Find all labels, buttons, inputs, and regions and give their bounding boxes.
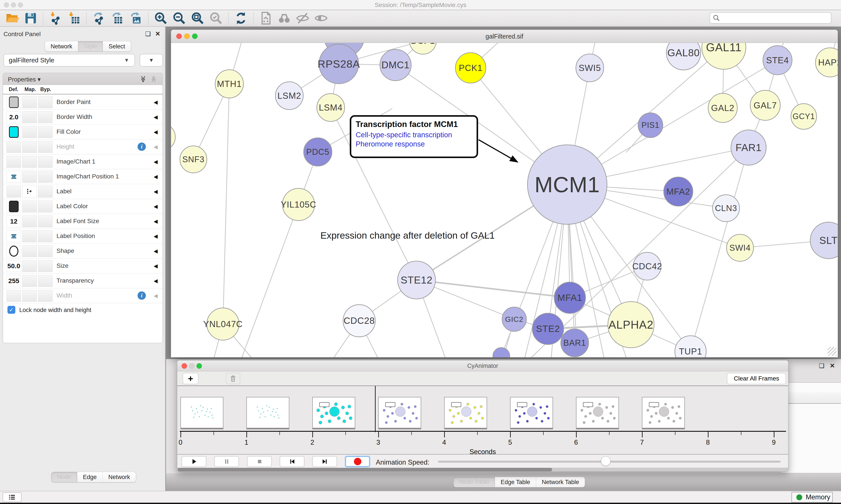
import-network-icon[interactable] [49,11,62,25]
network-node-LSM2[interactable]: LSM2 [275,82,304,110]
network-node-PIS1[interactable]: PIS1 [638,112,663,138]
default-value-cell[interactable] [6,245,21,257]
frame-thumbnail-7[interactable] [642,397,685,429]
memory-button[interactable]: Memory [791,492,833,502]
expand-row-icon[interactable]: ◀ [154,159,158,165]
stop-button[interactable] [247,456,272,467]
table-row[interactable]: 2 [780,467,841,473]
tab-network-table[interactable]: Network Table [536,477,585,487]
default-value-cell[interactable] [6,96,21,108]
empty-cell[interactable] [22,260,37,272]
property-row-label-position[interactable]: Label Position◀ [3,229,162,244]
frame-thumbnail-5[interactable] [510,397,553,429]
expand-row-icon[interactable]: ◀ [154,233,158,239]
empty-cell[interactable] [38,156,53,168]
animation-speed-knob[interactable] [601,456,611,466]
default-value-cell[interactable] [6,126,21,138]
show-icon[interactable] [314,11,328,25]
mapping-cell[interactable] [22,186,37,197]
find-icon[interactable] [277,11,291,25]
property-row-height[interactable]: Heighti◀ [3,140,162,154]
table-row[interactable]: 26 [780,404,841,412]
frame-thumbnail-1[interactable] [246,397,289,429]
zoom-out-icon[interactable] [172,11,186,25]
network-node-STE4[interactable]: STE4 [763,45,792,75]
tab-node[interactable]: Node [51,472,77,482]
delete-frame-button[interactable] [226,373,240,384]
empty-cell[interactable] [38,126,53,138]
expand-row-icon[interactable]: ◀ [154,99,158,105]
network-node-STE2[interactable]: STE2 [532,313,564,345]
report-icon[interactable] [259,11,273,25]
float-panel-icon[interactable]: ❑ [145,30,151,37]
annotation-callout[interactable]: Transcription factor MCM1 Cell-type-spec… [350,115,478,158]
network-node-GAL7[interactable]: GAL7 [750,90,781,121]
frame-thumbnail-4[interactable] [444,397,487,429]
frame-thumbnail-3[interactable] [378,397,421,429]
tab-edge-table[interactable]: Edge Table [495,477,536,487]
property-row-label[interactable]: Label◀ [3,184,162,199]
search-input[interactable] [720,13,831,23]
empty-cell[interactable] [22,201,37,212]
search-field[interactable] [710,12,831,24]
zoom-selected-icon[interactable] [209,11,223,25]
expand-row-icon[interactable]: ◀ [154,278,158,284]
empty-cell[interactable] [38,290,53,302]
property-row-border-width[interactable]: 2.0Border Width◀ [3,110,162,125]
network-node-MCM1[interactable]: MCM1 [527,144,607,224]
expand-row-icon[interactable]: ◀ [154,174,158,180]
network-node-STE12[interactable]: STE12 [397,261,436,299]
empty-cell[interactable] [6,186,21,197]
cyanimator-titlebar[interactable]: CyAnimator [177,360,788,371]
network-node-SNF3[interactable]: SNF3 [180,146,207,173]
play-button[interactable] [182,456,206,467]
empty-cell[interactable] [22,275,37,287]
export-image-icon[interactable] [129,11,143,25]
skip-start-button[interactable] [280,456,304,467]
refresh-icon[interactable] [234,11,248,25]
empty-cell[interactable] [22,111,37,123]
collapse-all-icon[interactable]: ≫ [149,76,157,83]
style-options-button[interactable]: ▼ [140,54,163,67]
empty-cell[interactable] [22,141,37,153]
network-canvas[interactable]: Expression change after deletion of GAL1… [171,43,838,357]
empty-cell[interactable] [38,96,53,108]
network-node-GCY1[interactable]: GCY1 [791,103,817,130]
task-history-button[interactable] [3,492,21,502]
expand-row-icon[interactable]: ◀ [154,188,158,195]
empty-cell[interactable] [38,260,53,272]
empty-cell[interactable] [38,245,53,257]
tab-style[interactable]: Style [78,41,103,52]
empty-cell[interactable] [22,215,37,227]
network-node-YIL105C[interactable]: YIL105C [282,188,315,221]
property-row-fill-color[interactable]: Fill Color◀ [3,125,162,140]
save-icon[interactable] [24,11,38,25]
network-node-MFA2[interactable]: MFA2 [663,177,693,206]
empty-cell[interactable] [6,290,21,302]
import-table-icon[interactable] [67,11,81,25]
lock-checkbox[interactable]: ✓ [7,306,15,314]
table-row[interactable]: 2 [780,451,841,459]
property-row-size[interactable]: 50.0Size◀ [3,258,162,273]
cyanimator-timeline[interactable]: Seconds 0123456789 [177,385,788,454]
property-row-label-color[interactable]: Label Color◀ [3,199,162,214]
expand-row-icon[interactable]: ◀ [154,129,158,135]
expand-row-icon[interactable]: ◀ [154,293,158,299]
tab-node-table[interactable]: Node Table [453,477,495,487]
network-node-LSM4[interactable]: LSM4 [317,93,345,122]
table-row[interactable]: 2 [780,420,841,428]
network-window-titlebar[interactable]: galFiltered.sif [171,30,838,43]
empty-cell[interactable] [22,171,37,183]
annotation-link-2[interactable]: Pheromone response [356,140,472,148]
property-row-image-chart-1[interactable]: Image/Chart 1◀ [3,154,162,169]
default-value-cell[interactable]: 50.0 [6,260,21,272]
skip-end-button[interactable] [312,456,337,467]
empty-cell[interactable] [22,290,37,302]
network-node-BAR1[interactable]: BAR1 [560,329,589,357]
empty-cell[interactable] [22,126,37,138]
network-node-CDC42[interactable]: CDC42 [633,252,661,281]
open-folder-icon[interactable] [5,11,19,25]
zoom-fit-icon[interactable] [191,11,204,25]
tab-edge[interactable]: Edge [77,472,103,482]
empty-cell[interactable] [6,141,21,153]
